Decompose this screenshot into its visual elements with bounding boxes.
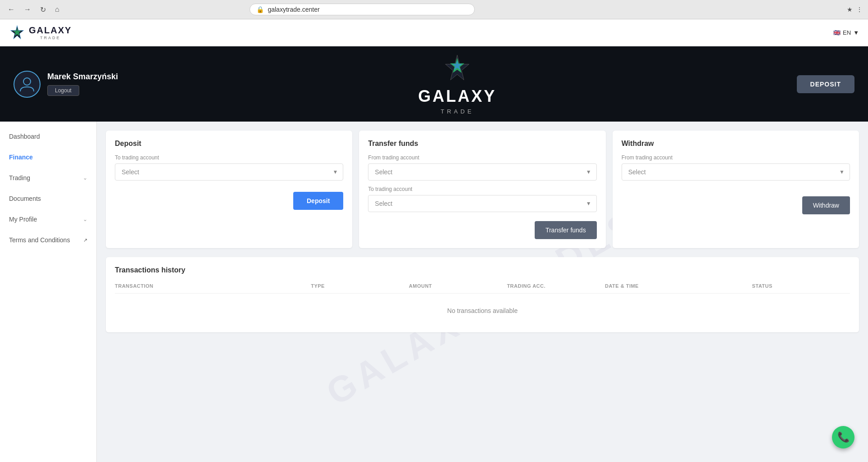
logo-name: GALAXY: [29, 25, 72, 35]
phone-icon: 📞: [837, 431, 850, 443]
chevron-down-icon: ⌄: [83, 216, 87, 222]
url-bar: 🔒 galaxytrade.center: [250, 4, 475, 15]
col-transaction: TRANSACTION: [115, 283, 311, 289]
transfer-panel-title: Transfer funds: [368, 140, 596, 148]
sidebar: Dashboard Finance Trading ⌄ Documents My…: [0, 122, 97, 462]
sidebar-item-terms[interactable]: Terms and Conditions ↗: [0, 230, 96, 250]
sidebar-nav: Dashboard Finance Trading ⌄ Documents My…: [0, 126, 96, 456]
star-icon[interactable]: ★: [847, 6, 853, 13]
sidebar-trading-label: Trading: [9, 174, 30, 181]
deposit-account-select[interactable]: Select: [115, 163, 343, 181]
withdraw-from-select[interactable]: Select: [622, 163, 850, 181]
back-button[interactable]: ←: [5, 5, 17, 14]
sidebar-dashboard-label: Dashboard: [9, 133, 40, 140]
deposit-panel-title: Deposit: [115, 140, 343, 148]
withdraw-panel-title: Withdraw: [622, 140, 850, 148]
withdraw-button[interactable]: Withdraw: [802, 196, 850, 214]
sidebar-finance-label: Finance: [9, 154, 33, 161]
flag-icon: 🇬🇧: [833, 29, 841, 36]
transfer-from-select[interactable]: Select: [368, 163, 596, 181]
col-date-time: DATE & TIME: [605, 283, 752, 289]
deposit-actions: Deposit: [115, 187, 343, 210]
transfer-panel: Transfer funds From trading account Sele…: [359, 131, 605, 248]
browser-chrome: ← → ↻ ⌂ 🔒 galaxytrade.center ★ ⋮: [0, 0, 868, 19]
transfer-to-select[interactable]: Select: [368, 195, 596, 212]
reload-button[interactable]: ↻: [38, 5, 48, 15]
withdraw-actions: Withdraw: [622, 187, 850, 214]
brand-star-icon: [441, 53, 473, 85]
chevron-down-icon: ▼: [853, 29, 859, 36]
transfer-to-select-wrapper: Select ▼: [368, 195, 596, 212]
logo-sub: TRADE: [29, 36, 72, 40]
brand-sub: TRADE: [441, 108, 474, 115]
col-status: STATUS: [752, 283, 850, 289]
sidebar-item-dashboard[interactable]: Dashboard: [0, 126, 96, 147]
deposit-panel: Deposit To trading account Select ▼ Depo…: [106, 131, 352, 248]
transfer-button[interactable]: Transfer funds: [535, 221, 597, 239]
brand-name: GALAXY: [418, 87, 496, 106]
col-type: TYPE: [311, 283, 409, 289]
svg-point-2: [23, 78, 31, 85]
logo-star-icon: [9, 25, 25, 41]
withdraw-from-select-wrapper: Select ▼: [622, 163, 850, 181]
brand-center: GALAXY TRADE: [418, 53, 496, 115]
external-link-icon: ↗: [83, 237, 87, 243]
content-area: GALAXYTRADES Deposit To trading account …: [97, 122, 868, 462]
home-button[interactable]: ⌂: [53, 5, 62, 14]
app-header: GALAXY TRADE 🇬🇧 EN ▼: [0, 19, 868, 46]
sidebar-terms-label: Terms and Conditions: [9, 236, 70, 244]
transfer-from-label: From trading account: [368, 154, 596, 161]
logo-text-group: GALAXY TRADE: [29, 25, 72, 40]
sidebar-item-finance[interactable]: Finance: [0, 147, 96, 168]
sidebar-item-documents[interactable]: Documents: [0, 188, 96, 209]
user-header: Marek Smarzyński Logout GALAXY TRADE DEP…: [0, 46, 868, 122]
username: Marek Smarzyński: [47, 72, 118, 82]
sidebar-myprofile-label: My Profile: [9, 216, 37, 223]
user-info: Marek Smarzyński Logout: [14, 71, 118, 98]
chevron-down-icon: ⌄: [83, 175, 87, 181]
deposit-button[interactable]: Deposit: [293, 192, 343, 210]
transactions-title: Transactions history: [115, 266, 850, 274]
withdraw-panel: Withdraw From trading account Select ▼ W…: [613, 131, 859, 248]
transfer-actions: Transfer funds: [368, 219, 596, 239]
deposit-account-select-wrapper: Select ▼: [115, 163, 343, 181]
logout-button[interactable]: Logout: [47, 85, 79, 96]
browser-right-icons: ★ ⋮: [847, 6, 863, 13]
table-header: TRANSACTION TYPE AMOUNT TRADING ACC. DAT…: [115, 283, 850, 294]
transfer-from-select-wrapper: Select ▼: [368, 163, 596, 181]
user-details: Marek Smarzyński Logout: [47, 72, 118, 96]
lang-selector[interactable]: 🇬🇧 EN ▼: [833, 29, 859, 36]
avatar: [14, 71, 41, 98]
finance-panels: Deposit To trading account Select ▼ Depo…: [106, 131, 859, 248]
forward-button[interactable]: →: [22, 5, 33, 14]
lang-label: EN: [843, 29, 851, 36]
sidebar-item-trading[interactable]: Trading ⌄: [0, 168, 96, 188]
withdraw-from-label: From trading account: [622, 154, 850, 161]
lock-icon: 🔒: [256, 6, 264, 13]
url-text: galaxytrade.center: [268, 6, 319, 13]
transfer-to-label: To trading account: [368, 186, 596, 192]
main-layout: Dashboard Finance Trading ⌄ Documents My…: [0, 122, 868, 462]
sidebar-documents-label: Documents: [9, 195, 41, 202]
phone-fab-button[interactable]: 📞: [832, 426, 854, 448]
logo-area: GALAXY TRADE: [9, 25, 72, 41]
deposit-header-button[interactable]: DEPOSIT: [797, 75, 854, 93]
sidebar-item-myprofile[interactable]: My Profile ⌄: [0, 209, 96, 230]
deposit-to-account-label: To trading account: [115, 154, 343, 161]
transactions-panel: Transactions history TRANSACTION TYPE AM…: [106, 257, 859, 332]
col-amount: AMOUNT: [409, 283, 507, 289]
col-trading-acc: TRADING ACC.: [507, 283, 605, 289]
no-transactions-message: No transactions available: [115, 298, 850, 323]
menu-icon[interactable]: ⋮: [856, 6, 863, 13]
